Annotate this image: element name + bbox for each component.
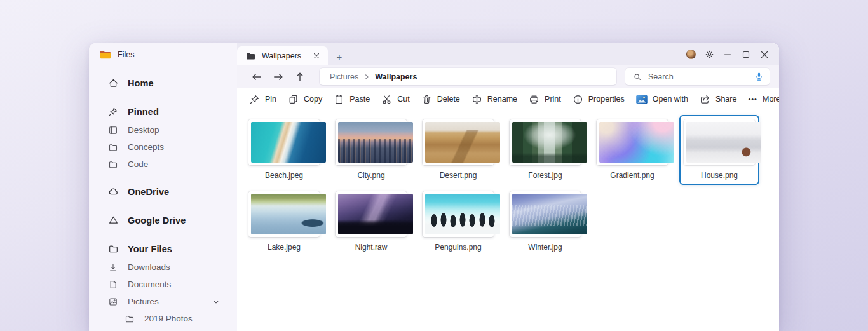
sidebar-item-pictures[interactable]: Pictures bbox=[89, 293, 237, 310]
folder-icon bbox=[107, 159, 119, 170]
navigation-bar: Pictures Wallpapers bbox=[237, 65, 779, 88]
sidebar-item-documents[interactable]: Documents bbox=[89, 276, 237, 293]
back-button[interactable] bbox=[248, 69, 265, 85]
sidebar-item-desktop[interactable]: Desktop bbox=[89, 121, 237, 138]
sidebar-item-google-drive[interactable]: Google Drive bbox=[89, 210, 237, 230]
paste-icon bbox=[334, 94, 344, 105]
copy-button[interactable]: Copy bbox=[282, 90, 328, 108]
pin-button[interactable]: Pin bbox=[243, 90, 282, 108]
file-item[interactable]: Night.raw bbox=[331, 187, 411, 257]
pin-icon bbox=[249, 94, 260, 105]
sidebar-item-label: Home bbox=[128, 78, 154, 88]
city-thumbnail bbox=[338, 122, 413, 163]
sidebar-item-onedrive[interactable]: OneDrive bbox=[89, 182, 237, 201]
cloud-icon bbox=[107, 186, 119, 198]
sidebar-item-code[interactable]: Code bbox=[89, 156, 237, 173]
thumbnail-card bbox=[248, 191, 320, 237]
cut-icon bbox=[381, 94, 392, 105]
file-item[interactable]: Beach.jpeg bbox=[244, 115, 324, 185]
beach-thumbnail bbox=[251, 122, 326, 163]
user-avatar[interactable] bbox=[685, 49, 696, 60]
new-tab-button[interactable]: + bbox=[330, 48, 348, 65]
file-name: Beach.jpeg bbox=[248, 170, 320, 180]
thumbnail-card bbox=[248, 119, 320, 165]
titlebar-controls bbox=[685, 43, 770, 65]
house-thumbnail bbox=[686, 122, 761, 163]
print-button[interactable]: Print bbox=[523, 90, 567, 108]
sidebar-item-2020-photos[interactable]: 2020 Photos bbox=[89, 327, 237, 331]
tab-strip: Wallpapers + bbox=[237, 43, 779, 65]
thumbnail-card bbox=[423, 119, 494, 165]
file-name: Penguins.png bbox=[423, 242, 494, 252]
sidebar-item-label: Your Files bbox=[128, 244, 172, 254]
sidebar-item-label: Pinned bbox=[128, 107, 159, 117]
file-item[interactable]: Penguins.png bbox=[418, 187, 498, 257]
file-browser-content: Beach.jpeg City.png Desert.png Forest.jp… bbox=[237, 111, 779, 331]
sidebar-item-label: OneDrive bbox=[128, 187, 169, 197]
file-item[interactable]: Lake.jpeg bbox=[244, 187, 324, 257]
breadcrumb: Pictures Wallpapers bbox=[320, 68, 616, 85]
share-icon bbox=[700, 94, 710, 105]
tab-label: Wallpapers bbox=[262, 51, 305, 60]
tab-wallpapers[interactable]: Wallpapers bbox=[237, 46, 328, 65]
sidebar-item-label: Pictures bbox=[128, 297, 159, 306]
minimize-button[interactable] bbox=[722, 49, 733, 60]
sidebar-item-home[interactable]: Home bbox=[89, 73, 237, 93]
delete-button[interactable]: Delete bbox=[416, 90, 466, 108]
printer-icon bbox=[529, 94, 539, 105]
sidebar-item-pinned[interactable]: Pinned bbox=[89, 102, 237, 121]
pin-icon bbox=[107, 106, 119, 118]
file-name: Winter.jpg bbox=[510, 242, 581, 252]
file-item[interactable]: Gradient.png bbox=[592, 115, 672, 185]
rename-button[interactable]: Rename bbox=[466, 90, 523, 108]
paste-button[interactable]: Paste bbox=[328, 90, 376, 108]
maximize-button[interactable] bbox=[740, 49, 752, 60]
sidebar-item-label: Google Drive bbox=[128, 215, 186, 226]
forward-button[interactable] bbox=[270, 69, 287, 85]
file-grid: Beach.jpeg City.png Desert.png Forest.jp… bbox=[248, 119, 779, 252]
breadcrumb-item-wallpapers[interactable]: Wallpapers bbox=[375, 72, 417, 81]
more-button[interactable]: ••• More bbox=[742, 90, 779, 108]
sidebar-item-label: Concepts bbox=[128, 142, 164, 152]
folder-icon bbox=[107, 142, 119, 153]
tab-close-icon[interactable] bbox=[311, 51, 322, 61]
google-drive-icon bbox=[107, 215, 119, 226]
home-icon bbox=[107, 78, 119, 89]
breadcrumb-item-pictures[interactable]: Pictures bbox=[330, 72, 358, 81]
app-title-label: Files bbox=[118, 50, 134, 59]
share-button[interactable]: Share bbox=[694, 90, 742, 108]
close-button[interactable] bbox=[759, 49, 770, 60]
file-item[interactable]: House.png bbox=[679, 115, 759, 185]
file-name: City.png bbox=[336, 170, 407, 180]
file-name: Gradient.png bbox=[597, 170, 668, 180]
pictures-icon bbox=[107, 296, 119, 307]
folder-icon bbox=[124, 313, 135, 325]
chevron-down-icon[interactable] bbox=[212, 297, 220, 306]
download-icon bbox=[107, 262, 119, 273]
file-item[interactable]: City.png bbox=[331, 115, 411, 185]
open-with-button[interactable]: Open with bbox=[630, 90, 694, 108]
microphone-icon[interactable] bbox=[755, 72, 763, 81]
sidebar-item-concepts[interactable]: Concepts bbox=[89, 138, 237, 156]
file-item[interactable]: Forest.jpg bbox=[505, 115, 585, 185]
chevron-right-icon bbox=[363, 74, 370, 80]
search-icon bbox=[633, 72, 642, 81]
file-item[interactable]: Desert.png bbox=[418, 115, 498, 185]
sidebar-item-label: Desktop bbox=[128, 125, 159, 135]
more-dots-icon: ••• bbox=[748, 95, 757, 103]
sidebar-nav: Home Pinned Desktop bbox=[89, 65, 237, 331]
file-item[interactable]: Winter.jpg bbox=[505, 187, 585, 257]
sidebar-item-2019-photos[interactable]: 2019 Photos bbox=[89, 310, 237, 327]
trash-icon bbox=[421, 94, 432, 105]
command-toolbar: Pin Copy Paste bbox=[237, 88, 779, 111]
search-input[interactable] bbox=[648, 72, 749, 81]
sidebar-item-downloads[interactable]: Downloads bbox=[89, 259, 237, 276]
sidebar-item-your-files[interactable]: Your Files bbox=[89, 239, 237, 259]
properties-button[interactable]: Properties bbox=[567, 90, 630, 108]
settings-gear-icon[interactable] bbox=[703, 49, 715, 60]
file-name: House.png bbox=[684, 170, 755, 180]
thumbnail-card bbox=[684, 119, 755, 165]
up-button[interactable] bbox=[292, 69, 308, 85]
files-app-window: Files Home Pinned bbox=[89, 43, 779, 331]
cut-button[interactable]: Cut bbox=[376, 90, 415, 108]
